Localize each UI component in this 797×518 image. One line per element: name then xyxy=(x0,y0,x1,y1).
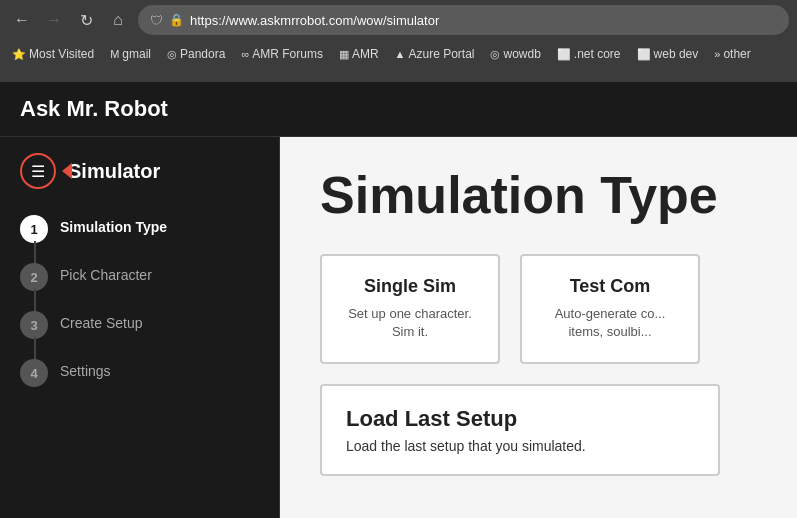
bookmarks-bar: ⭐Most VisitedMgmail◎Pandora∞AMR Forums▦A… xyxy=(0,40,797,68)
bookmark-amr[interactable]: ▦AMR xyxy=(335,45,383,63)
bookmark-most-visited[interactable]: ⭐Most Visited xyxy=(8,45,98,63)
app-header: Ask Mr. Robot xyxy=(0,82,797,137)
bookmark-amr-forums[interactable]: ∞AMR Forums xyxy=(237,45,327,63)
bookmark-label-other: other xyxy=(723,47,750,61)
bookmark-label-wowdb: wowdb xyxy=(503,47,540,61)
step-item-2[interactable]: 2 Pick Character xyxy=(20,253,279,301)
sidebar-header: ☰ Simulator xyxy=(0,137,279,205)
back-button[interactable]: ← xyxy=(8,6,36,34)
bookmark-label-web-dev: web dev xyxy=(654,47,699,61)
browser-toolbar: ← → ↻ ⌂ 🛡 🔒 xyxy=(0,0,797,40)
bookmark-icon-amr-forums: ∞ xyxy=(241,48,249,60)
step-number-2: 2 xyxy=(20,263,48,291)
single-sim-card[interactable]: Single Sim Set up one character.Sim it. xyxy=(320,254,500,363)
step-number-3: 3 xyxy=(20,311,48,339)
bookmark-net-core[interactable]: ⬜.net core xyxy=(553,45,625,63)
bookmark-icon-gmail: M xyxy=(110,48,119,60)
bookmark-icon-amr: ▦ xyxy=(339,48,349,61)
sidebar-steps: 1 Simulation Type 2 Pick Character 3 Cre… xyxy=(0,205,279,397)
main-content: Simulation Type Single Sim Set up one ch… xyxy=(280,137,797,518)
bookmark-icon-pandora: ◎ xyxy=(167,48,177,61)
step-label-3: Create Setup xyxy=(60,311,143,331)
bookmark-wowdb[interactable]: ◎wowdb xyxy=(486,45,544,63)
sidebar: ☰ Simulator 1 Simulation Type 2 Pick Cha… xyxy=(0,137,280,518)
test-comp-desc: Auto-generate co...items, soulbi... xyxy=(546,305,674,341)
single-sim-title: Single Sim xyxy=(346,276,474,297)
step-number-4: 4 xyxy=(20,359,48,387)
bookmark-label-amr: AMR xyxy=(352,47,379,61)
step-item-1[interactable]: 1 Simulation Type xyxy=(20,205,279,253)
nav-buttons: ← → ↻ ⌂ xyxy=(8,6,132,34)
bookmark-pandora[interactable]: ◎Pandora xyxy=(163,45,229,63)
bookmark-label-pandora: Pandora xyxy=(180,47,225,61)
bookmark-gmail[interactable]: Mgmail xyxy=(106,45,155,63)
browser-chrome: ← → ↻ ⌂ 🛡 🔒 ⭐Most VisitedMgmail◎Pandora∞… xyxy=(0,0,797,82)
home-button[interactable]: ⌂ xyxy=(104,6,132,34)
bookmark-label-net-core: .net core xyxy=(574,47,621,61)
forward-button[interactable]: → xyxy=(40,6,68,34)
menu-button[interactable]: ☰ xyxy=(20,153,56,189)
bookmark-icon-azure-portal: ▲ xyxy=(395,48,406,60)
step-number-1: 1 xyxy=(20,215,48,243)
load-setup-card[interactable]: Load Last Setup Load the last setup that… xyxy=(320,384,720,476)
app-body: ☰ Simulator 1 Simulation Type 2 Pick Cha… xyxy=(0,137,797,518)
load-setup-desc: Load the last setup that you simulated. xyxy=(346,438,694,454)
bookmark-icon-most-visited: ⭐ xyxy=(12,48,26,61)
refresh-button[interactable]: ↻ xyxy=(72,6,100,34)
bookmark-label-gmail: gmail xyxy=(122,47,151,61)
lock-icon: 🔒 xyxy=(169,13,184,27)
step-item-4[interactable]: 4 Settings xyxy=(20,349,279,397)
bookmark-label-azure-portal: Azure Portal xyxy=(408,47,474,61)
bookmark-icon-net-core: ⬜ xyxy=(557,48,571,61)
bookmark-web-dev[interactable]: ⬜web dev xyxy=(633,45,703,63)
single-sim-desc: Set up one character.Sim it. xyxy=(346,305,474,341)
step-label-2: Pick Character xyxy=(60,263,152,283)
address-bar-container: 🛡 🔒 xyxy=(138,5,789,35)
section-title: Simulation Type xyxy=(320,167,757,224)
hamburger-icon: ☰ xyxy=(31,162,45,181)
bookmark-other[interactable]: »other xyxy=(710,45,754,63)
address-input[interactable] xyxy=(190,13,777,28)
sidebar-title: Simulator xyxy=(68,160,160,183)
test-comp-card[interactable]: Test Com Auto-generate co...items, soulb… xyxy=(520,254,700,363)
bookmark-azure-portal[interactable]: ▲Azure Portal xyxy=(391,45,479,63)
test-comp-title: Test Com xyxy=(546,276,674,297)
bookmark-icon-web-dev: ⬜ xyxy=(637,48,651,61)
step-label-4: Settings xyxy=(60,359,111,379)
bookmark-label-amr-forums: AMR Forums xyxy=(252,47,323,61)
bookmark-label-most-visited: Most Visited xyxy=(29,47,94,61)
step-item-3[interactable]: 3 Create Setup xyxy=(20,301,279,349)
load-setup-title: Load Last Setup xyxy=(346,406,694,432)
app-title: Ask Mr. Robot xyxy=(20,96,777,122)
shield-icon: 🛡 xyxy=(150,13,163,28)
bookmark-icon-other: » xyxy=(714,48,720,60)
step-label-1: Simulation Type xyxy=(60,215,167,235)
bookmark-icon-wowdb: ◎ xyxy=(490,48,500,61)
sim-options: Single Sim Set up one character.Sim it. … xyxy=(320,254,757,363)
